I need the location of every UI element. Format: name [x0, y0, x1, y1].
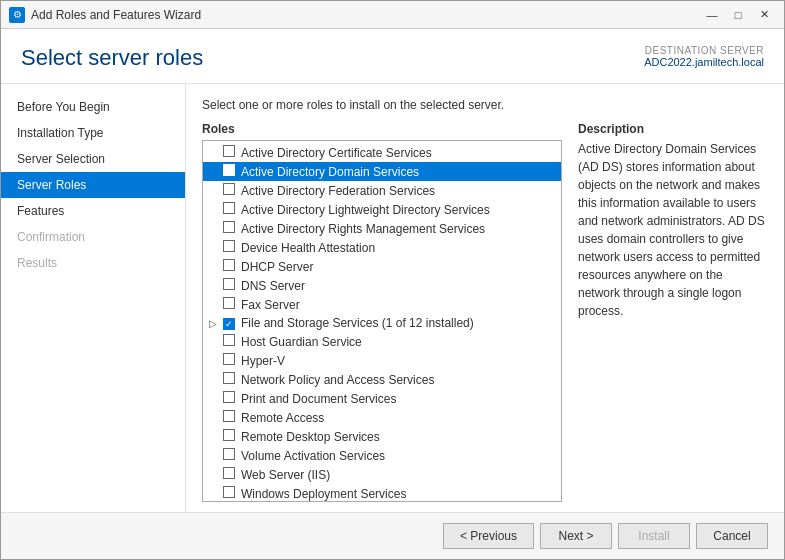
- checkbox-box: [223, 448, 235, 460]
- cancel-button[interactable]: Cancel: [696, 523, 768, 549]
- role-item-windows-deploy[interactable]: Windows Deployment Services: [203, 484, 561, 501]
- role-label: Hyper-V: [241, 354, 285, 368]
- checkbox-network-policy: [223, 372, 235, 387]
- window-title: Add Roles and Features Wizard: [31, 8, 700, 22]
- role-label: Active Directory Certificate Services: [241, 146, 432, 160]
- next-button[interactable]: Next >: [540, 523, 612, 549]
- checkbox-web-server: [223, 467, 235, 482]
- checkbox-ad-rms: [223, 221, 235, 236]
- role-item-network-policy[interactable]: Network Policy and Access Services: [203, 370, 561, 389]
- expand-icon: ▷: [209, 318, 221, 329]
- sidebar: Before You BeginInstallation TypeServer …: [1, 84, 186, 512]
- checkbox-fax: [223, 297, 235, 312]
- sidebar-item-installation-type[interactable]: Installation Type: [1, 120, 185, 146]
- main-layout: Before You BeginInstallation TypeServer …: [1, 84, 784, 512]
- destination-server: ADC2022.jamiltech.local: [644, 56, 764, 68]
- roles-list[interactable]: Active Directory Certificate ServicesAct…: [203, 141, 561, 501]
- checkbox-box: [223, 297, 235, 309]
- title-bar: ⚙ Add Roles and Features Wizard — □ ✕: [1, 1, 784, 29]
- checkbox-box: [223, 202, 235, 214]
- checkbox-box: [223, 145, 235, 157]
- role-item-volume-activation[interactable]: Volume Activation Services: [203, 446, 561, 465]
- description-panel: Description Active Directory Domain Serv…: [578, 122, 768, 502]
- sidebar-item-server-selection[interactable]: Server Selection: [1, 146, 185, 172]
- description-label: Description: [578, 122, 768, 136]
- checkbox-box: ✓: [223, 318, 235, 330]
- role-item-device-health[interactable]: Device Health Attestation: [203, 238, 561, 257]
- role-label: Web Server (IIS): [241, 468, 330, 482]
- checkbox-box: [223, 278, 235, 290]
- checkbox-box: [223, 183, 235, 195]
- role-item-ad-ds[interactable]: Active Directory Domain Services: [203, 162, 561, 181]
- role-item-ad-lds[interactable]: Active Directory Lightweight Directory S…: [203, 200, 561, 219]
- role-label: Volume Activation Services: [241, 449, 385, 463]
- sidebar-item-before-you-begin[interactable]: Before You Begin: [1, 94, 185, 120]
- close-button[interactable]: ✕: [752, 5, 776, 25]
- window-controls: — □ ✕: [700, 5, 776, 25]
- checkbox-box: [223, 353, 235, 365]
- role-item-remote-desktop[interactable]: Remote Desktop Services: [203, 427, 561, 446]
- role-item-ad-rms[interactable]: Active Directory Rights Management Servi…: [203, 219, 561, 238]
- role-item-print-doc[interactable]: Print and Document Services: [203, 389, 561, 408]
- role-label: Device Health Attestation: [241, 241, 375, 255]
- page-header: Select server roles DESTINATION SERVER A…: [1, 29, 784, 84]
- role-label: Active Directory Domain Services: [241, 165, 419, 179]
- role-item-hyper-v[interactable]: Hyper-V: [203, 351, 561, 370]
- maximize-button[interactable]: □: [726, 5, 750, 25]
- checkbox-ad-ds: [223, 164, 235, 179]
- role-label: Fax Server: [241, 298, 300, 312]
- checkbox-dhcp: [223, 259, 235, 274]
- checkbox-dns: [223, 278, 235, 293]
- checkbox-file-storage: ✓: [223, 316, 235, 330]
- sidebar-item-server-roles[interactable]: Server Roles: [1, 172, 185, 198]
- checkbox-box: [223, 410, 235, 422]
- roles-list-container: Active Directory Certificate ServicesAct…: [202, 140, 562, 502]
- role-item-ad-cert[interactable]: Active Directory Certificate Services: [203, 143, 561, 162]
- minimize-button[interactable]: —: [700, 5, 724, 25]
- previous-button[interactable]: < Previous: [443, 523, 534, 549]
- install-button[interactable]: Install: [618, 523, 690, 549]
- role-item-dhcp[interactable]: DHCP Server: [203, 257, 561, 276]
- role-label: Remote Access: [241, 411, 324, 425]
- role-label: Print and Document Services: [241, 392, 396, 406]
- role-item-host-guardian[interactable]: Host Guardian Service: [203, 332, 561, 351]
- role-label: Windows Deployment Services: [241, 487, 406, 501]
- destination-info: DESTINATION SERVER ADC2022.jamiltech.loc…: [644, 45, 764, 68]
- role-item-remote-access[interactable]: Remote Access: [203, 408, 561, 427]
- checkbox-device-health: [223, 240, 235, 255]
- role-label: Remote Desktop Services: [241, 430, 380, 444]
- role-label: Active Directory Rights Management Servi…: [241, 222, 485, 236]
- checkbox-host-guardian: [223, 334, 235, 349]
- checkbox-box: [223, 429, 235, 441]
- checkbox-remote-desktop: [223, 429, 235, 444]
- checkbox-windows-deploy: [223, 486, 235, 501]
- role-label: Active Directory Lightweight Directory S…: [241, 203, 490, 217]
- wizard-window: ⚙ Add Roles and Features Wizard — □ ✕ Se…: [0, 0, 785, 560]
- role-label: DHCP Server: [241, 260, 313, 274]
- checkbox-ad-lds: [223, 202, 235, 217]
- role-item-web-server[interactable]: Web Server (IIS): [203, 465, 561, 484]
- page-title: Select server roles: [21, 45, 203, 71]
- checkbox-box: [223, 391, 235, 403]
- description-text: Active Directory Domain Services (AD DS)…: [578, 140, 768, 320]
- role-item-ad-fed[interactable]: Active Directory Federation Services: [203, 181, 561, 200]
- role-item-dns[interactable]: DNS Server: [203, 276, 561, 295]
- footer: < Previous Next > Install Cancel: [1, 512, 784, 559]
- checkbox-ad-cert: [223, 145, 235, 160]
- checkbox-box: [223, 486, 235, 498]
- main-content: Select one or more roles to install on t…: [186, 84, 784, 512]
- checkbox-box: [223, 164, 235, 176]
- role-label: Host Guardian Service: [241, 335, 362, 349]
- checkbox-volume-activation: [223, 448, 235, 463]
- role-label: DNS Server: [241, 279, 305, 293]
- checkbox-box: [223, 221, 235, 233]
- role-item-fax[interactable]: Fax Server: [203, 295, 561, 314]
- role-label: Active Directory Federation Services: [241, 184, 435, 198]
- content-description: Select one or more roles to install on t…: [202, 98, 768, 112]
- roles-panel: Roles Active Directory Certificate Servi…: [202, 122, 562, 502]
- role-item-file-storage[interactable]: ▷✓File and Storage Services (1 of 12 ins…: [203, 314, 561, 332]
- checkbox-hyper-v: [223, 353, 235, 368]
- role-label: Network Policy and Access Services: [241, 373, 434, 387]
- app-icon: ⚙: [9, 7, 25, 23]
- sidebar-item-features[interactable]: Features: [1, 198, 185, 224]
